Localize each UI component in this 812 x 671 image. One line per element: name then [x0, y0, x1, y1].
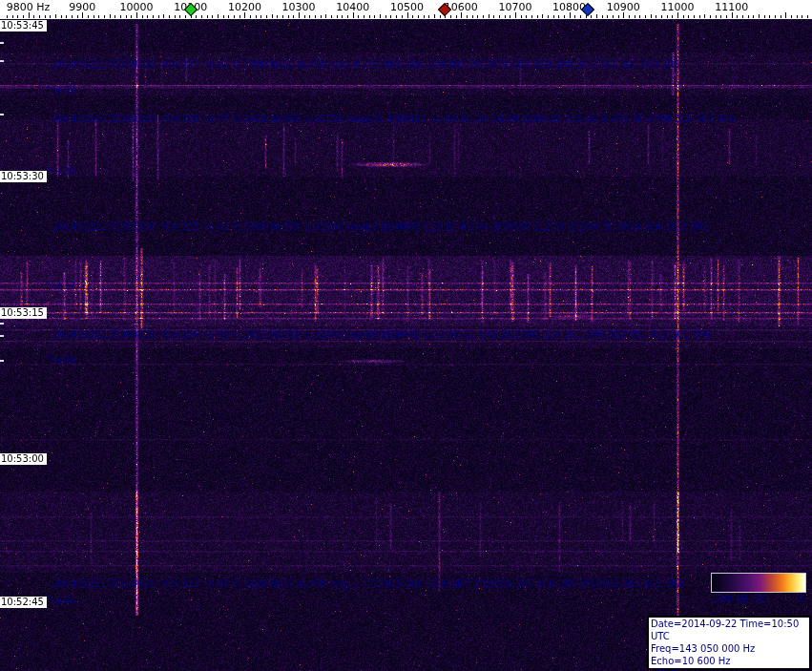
ruler-tick	[667, 15, 668, 18]
time-offset-label: ^t+17	[44, 281, 75, 291]
ruler-tick	[785, 12, 786, 18]
ruler-tick	[483, 15, 484, 18]
ruler-tick	[115, 15, 115, 18]
ruler-tick	[553, 15, 554, 18]
ruler-tick	[282, 15, 283, 18]
ruler-tick	[677, 12, 678, 18]
ruler-tick	[342, 15, 343, 18]
ruler-tick	[234, 15, 235, 18]
ruler-tick	[407, 12, 408, 18]
ruler-tick	[781, 15, 781, 18]
time-offset-label: ^t+39	[44, 85, 75, 95]
frequency-line: Freq=143 050 000 Hz	[651, 642, 807, 655]
ruler-tick	[158, 15, 159, 18]
ruler-tick	[412, 15, 413, 18]
ruler-tick	[207, 15, 208, 18]
detection-line: 20140922105330220 hCnt226 nb-77 f10421 h…	[52, 114, 736, 124]
ruler-tick	[126, 15, 127, 18]
ruler-tick	[321, 15, 322, 18]
ruler-tick	[477, 15, 478, 18]
ruler-tick	[428, 15, 429, 18]
ruler-tick	[570, 12, 571, 18]
ruler-tick	[169, 15, 170, 18]
ruler-tick	[331, 15, 332, 18]
status-info-box: Date=2014-09-22 Time=10:50 UTC Freq=143 …	[647, 616, 811, 670]
ruler-tick	[61, 15, 62, 18]
ruler-tick	[212, 15, 213, 18]
ruler-tick	[82, 12, 83, 18]
edge-tick	[0, 114, 4, 115]
edge-tick	[0, 335, 4, 337]
ruler-tick	[293, 15, 294, 18]
colorbar-labels: -100 dB -50 0	[711, 594, 806, 605]
ruler-tick	[88, 15, 89, 18]
edge-tick	[0, 360, 4, 362]
ruler-tick	[683, 15, 684, 18]
ruler-tick	[72, 15, 73, 18]
ruler-tick	[591, 15, 592, 18]
ruler-tick	[98, 15, 99, 18]
ruler-tick	[450, 15, 451, 18]
ruler-tick	[607, 15, 608, 18]
ruler-tick	[337, 15, 338, 18]
ruler-tick	[521, 15, 522, 18]
ruler-tick	[309, 15, 310, 18]
ruler-tick	[596, 14, 597, 18]
ruler-tick	[277, 15, 278, 18]
ruler-tick	[515, 12, 516, 18]
time-label: 10:52:45	[0, 597, 47, 608]
ruler-tick	[50, 15, 51, 18]
ruler-tick	[196, 15, 197, 18]
ruler-tick	[456, 15, 457, 18]
edge-tick	[0, 42, 4, 44]
ruler-tick	[201, 15, 202, 18]
ruler-tick	[564, 15, 565, 18]
echo-line: Echo=10 600 Hz	[651, 655, 807, 667]
ruler-tick	[29, 12, 30, 18]
ruler-tick	[385, 15, 386, 18]
ruler-tick	[623, 12, 624, 18]
ruler-tick	[77, 15, 78, 18]
ruler-tick	[493, 15, 494, 18]
ruler-tick	[775, 15, 776, 18]
ruler-tick	[748, 15, 749, 18]
ruler-tick	[153, 15, 154, 18]
detection-line: 20140922105244520 hCnt223 nb-80 f10426 h…	[52, 578, 684, 589]
ruler-tick	[228, 15, 229, 18]
ruler-tick	[645, 15, 646, 18]
ruler-tick	[104, 15, 105, 18]
ruler-tick	[94, 15, 94, 18]
ruler-tick	[505, 15, 506, 18]
time-label: 10:53:30	[0, 171, 47, 182]
ruler-tick	[374, 15, 375, 18]
ruler-tick	[120, 15, 121, 18]
time-offset-label: ^t+30	[44, 166, 75, 177]
ruler-tick	[218, 14, 219, 18]
frequency-ruler[interactable]: 9800 Hz990010000101001020010300104001050…	[0, 0, 812, 19]
ruler-tick	[737, 15, 738, 18]
colorbar-gradient	[711, 573, 806, 593]
annotation-overlay: 10:53:4510:53:3010:53:1510:53:0010:52:45…	[0, 0, 812, 671]
ruler-tick	[694, 15, 695, 18]
ruler-tick	[250, 15, 251, 18]
ruler-tick	[580, 15, 581, 18]
ruler-tick	[651, 14, 652, 18]
ruler-tick	[742, 15, 743, 18]
ruler-tick	[299, 12, 300, 18]
ruler-tick	[163, 14, 164, 18]
ruler-tick	[418, 15, 419, 18]
ruler-tick	[542, 14, 543, 18]
ruler-tick	[526, 15, 527, 18]
ruler-tick	[440, 15, 441, 18]
ruler-tick	[759, 14, 760, 18]
ruler-tick	[402, 15, 403, 18]
ruler-tick	[66, 15, 67, 18]
ruler-tick	[396, 15, 397, 18]
ruler-tick	[461, 12, 462, 18]
ruler-tick	[807, 15, 808, 18]
ruler-tick	[7, 15, 8, 18]
ruler-tick	[618, 15, 619, 18]
ruler-tick	[136, 12, 137, 18]
ruler-tick	[639, 15, 640, 18]
ruler-tick	[147, 15, 148, 18]
